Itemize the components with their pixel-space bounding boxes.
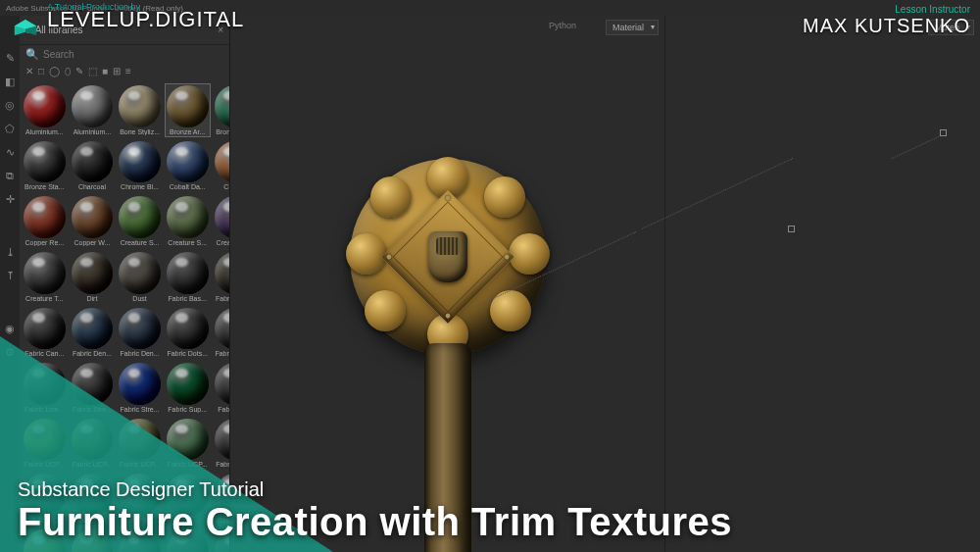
material-label: Bone Styliz...	[119, 127, 161, 135]
material-sphere-icon	[167, 141, 209, 183]
asset-filter-icon[interactable]: ■	[102, 66, 108, 77]
tutorial-title: Furniture Creation with Trim Textures	[18, 501, 732, 542]
material-thumb[interactable]: Cobalt Da...	[165, 139, 211, 193]
asset-filter-icon[interactable]: ✎	[75, 66, 83, 77]
material-sphere-icon	[72, 85, 114, 127]
material-thumb[interactable]: Creature T...	[22, 250, 68, 304]
material-label: Creature T...	[24, 294, 66, 302]
material-label: Copper W...	[72, 238, 114, 246]
material-thumb[interactable]: Charcoal	[70, 139, 116, 193]
mesh-preview	[350, 159, 546, 355]
material-thumb[interactable]: Creature S...	[117, 194, 163, 248]
asset-filter-icon[interactable]: ◯	[49, 66, 60, 77]
material-label: Copper Re...	[24, 238, 66, 246]
material-sphere-icon	[72, 141, 114, 183]
viewport-2d-channel-dropdown[interactable]: Materi	[928, 20, 974, 35]
assets-search-input[interactable]	[43, 49, 223, 60]
material-thumb[interactable]: Aluminium...	[70, 83, 116, 137]
uv-frame	[675, 114, 970, 532]
smudge-tool-icon[interactable]: ∿	[3, 145, 17, 159]
material-label: Bronze Sta...	[24, 182, 66, 190]
uv-handle[interactable]	[940, 129, 947, 136]
material-sphere-icon	[167, 85, 209, 127]
tutorial-title-block: Substance Designer Tutorial Furniture Cr…	[18, 478, 732, 542]
assets-back-icon[interactable]: ‹	[25, 25, 29, 36]
asset-filter-icon[interactable]: ⬯	[65, 66, 71, 77]
assets-filter-row: ✕□◯⬯✎⬚■⊞≡	[20, 64, 229, 81]
material-label: Dirt	[72, 294, 114, 302]
material-thumb[interactable]: Fabric Bas...	[165, 250, 211, 304]
material-sphere-icon	[119, 252, 161, 294]
material-label: Charcoal	[72, 182, 114, 190]
material-sphere-icon	[119, 141, 161, 183]
python-label: Python	[549, 21, 576, 30]
material-sphere-icon	[215, 252, 230, 294]
projection-tool-icon[interactable]: ◎	[3, 98, 17, 112]
export-icon[interactable]: ⤓	[3, 245, 17, 259]
material-thumb[interactable]: Copper W...	[70, 194, 116, 248]
material-label: Creature S...	[119, 238, 161, 246]
material-thumb[interactable]: Creature S...	[165, 194, 211, 248]
material-sphere-icon	[72, 196, 114, 238]
material-sphere-icon	[167, 252, 209, 294]
uv-handle[interactable]	[788, 226, 795, 232]
material-label: Creature S...	[167, 238, 209, 246]
material-label: Creature T...	[215, 238, 230, 246]
material-thumb[interactable]: Bronze Sta...	[22, 139, 68, 193]
material-thumb[interactable]: Dirt	[70, 250, 116, 304]
assets-library-label[interactable]: All libraries	[35, 25, 83, 35]
material-thumb[interactable]: Copper Re...	[22, 194, 68, 248]
material-sphere-icon	[24, 196, 66, 238]
iray-icon[interactable]: ◉	[3, 322, 17, 335]
polygon-fill-icon[interactable]: ⬠	[3, 122, 17, 135]
window-title: Adobe Substance 3D Painter - Untitled (R…	[6, 4, 183, 13]
material-label: Copper	[215, 182, 230, 190]
material-label: Chrome Bl...	[119, 182, 161, 190]
brush-tool-icon[interactable]: ✎	[3, 51, 17, 65]
search-icon: 🔍	[25, 48, 39, 61]
import-icon[interactable]: ⤒	[3, 269, 17, 282]
tutorial-subtitle: Substance Designer Tutorial	[18, 478, 732, 501]
material-thumb[interactable]: Aluminium...	[22, 83, 68, 137]
material-thumb[interactable]: Copper	[213, 139, 230, 193]
assets-close-icon[interactable]: ×	[218, 25, 223, 35]
material-sphere-icon	[24, 85, 66, 127]
material-label: Bronze Co...	[215, 127, 230, 135]
viewport-3d-channel-dropdown[interactable]: Material	[606, 20, 659, 35]
picker-tool-icon[interactable]: ✛	[3, 192, 17, 206]
asset-filter-icon[interactable]: ⊞	[113, 66, 121, 77]
material-thumb[interactable]: Creature T...	[213, 194, 230, 248]
material-sphere-icon	[167, 196, 209, 238]
material-thumb[interactable]: Fabric Burl...	[213, 250, 230, 304]
eraser-tool-icon[interactable]: ◧	[3, 75, 17, 88]
material-thumb[interactable]: Bronze Co...	[213, 83, 230, 137]
material-sphere-icon	[215, 196, 230, 238]
asset-filter-icon[interactable]: ≡	[125, 66, 131, 77]
material-label: Fabric Burl...	[215, 294, 230, 302]
material-label: Cobalt Da...	[167, 182, 209, 190]
viewport-2d[interactable]: Materi	[665, 16, 980, 552]
material-thumb[interactable]: Bone Styliz...	[117, 83, 163, 137]
viewport-area: ⊞ ✦ ⟐ ▣ ☼ ◳ Python Material	[230, 16, 980, 552]
material-sphere-icon	[24, 252, 66, 294]
asset-filter-icon[interactable]: ⬚	[88, 66, 97, 77]
material-label: Aluminium...	[72, 127, 114, 135]
material-label: Fabric Bas...	[167, 294, 209, 302]
material-sphere-icon	[119, 196, 161, 238]
clone-tool-icon[interactable]: ⧉	[3, 169, 17, 182]
material-label: Aluminium...	[24, 127, 66, 135]
material-label: Dust	[119, 294, 161, 302]
material-sphere-icon	[72, 252, 114, 294]
material-thumb[interactable]: Chrome Bl...	[117, 139, 163, 193]
window-titlebar: Adobe Substance 3D Painter - Untitled (R…	[0, 0, 980, 16]
material-thumb[interactable]: Bronze Ar...	[165, 83, 211, 137]
asset-filter-icon[interactable]: ✕	[25, 66, 33, 77]
material-sphere-icon	[215, 85, 230, 127]
material-sphere-icon	[24, 141, 66, 183]
material-label: Bronze Ar...	[167, 127, 209, 135]
material-sphere-icon	[119, 85, 161, 127]
material-sphere-icon	[215, 141, 230, 183]
asset-filter-icon[interactable]: □	[38, 66, 44, 77]
material-thumb[interactable]: Dust	[117, 250, 163, 304]
